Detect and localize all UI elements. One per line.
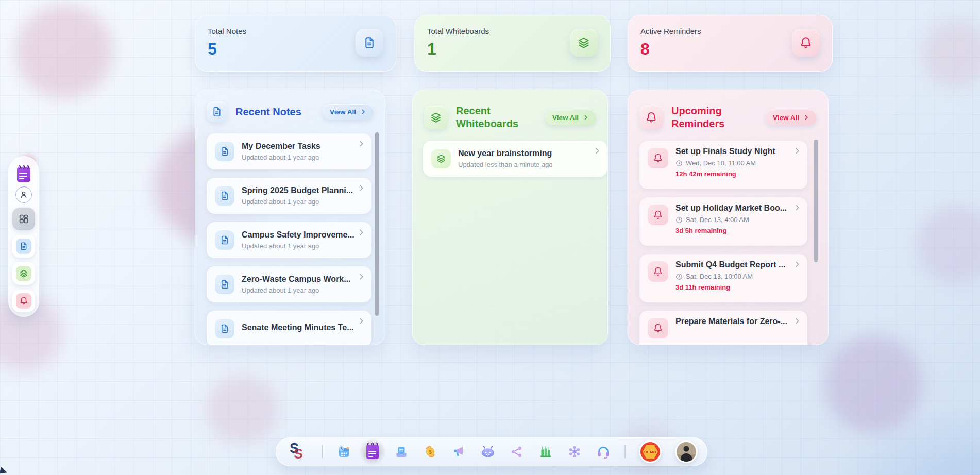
notepad-icon [366,445,379,459]
dock-item-inbox[interactable] [394,443,409,461]
bell-icon [648,318,668,338]
green-bars-icon [538,445,553,459]
coil [371,443,374,446]
coil [19,165,21,169]
reminder-list-item[interactable]: Prepare Materials for Zero-... [639,311,807,345]
reminders-list: Set up Finals Study Night Wed, Dec 10, 1… [639,141,807,345]
notes-view-all-button[interactable]: View All [323,104,374,120]
chevron-right-icon [357,317,365,325]
headphones-icon [596,445,611,459]
chevron-right-icon [357,184,365,192]
dock-item-demo-badge[interactable]: DEMO [639,440,662,463]
note-title: Spring 2025 Budget Planni... [242,186,363,195]
recent-notes-header: Recent Notes View All [207,101,374,122]
person-icon [19,190,28,199]
dock-divider [322,445,323,459]
whiteboards-view-all-button[interactable]: View All [545,110,596,125]
logo-letter: S [294,447,303,461]
note-subtitle: Updated about 1 year ago [242,286,363,294]
chevron-right-icon [803,114,809,121]
reminder-text: Submit Q4 Budget Report ... Sat, Dec 13,… [675,260,799,302]
layers-icon [431,149,451,168]
chevron-right-icon [793,260,801,268]
reminder-datetime: Sat, Dec 13, 4:00 AM [686,216,749,224]
robot-icon [480,445,496,459]
view-all-label: View All [552,114,579,122]
notes-scrollbar-thumb[interactable] [375,132,379,316]
svg-text:$: $ [429,449,432,455]
bell-icon [648,261,668,282]
ss-app-logo[interactable]: S S [288,442,308,462]
document-icon [215,230,234,250]
demo-badge-circle: DEMO [640,442,660,462]
reminders-scrollbar-thumb[interactable] [814,140,818,262]
dock-divider [624,445,626,459]
note-title: Campus Safety Improveme... [242,230,363,240]
line [19,173,27,174]
reminder-title: Submit Q4 Budget Report ... [675,260,799,269]
document-icon [215,142,234,161]
whiteboard-title: New year brainstorming [458,149,599,158]
dock-item-analytics[interactable] [538,443,553,461]
view-all-label: View All [773,114,799,122]
reminder-text: Prepare Materials for Zero-... [675,317,799,345]
bell-icon [639,106,663,129]
notes-list: My December Tasks Updated about 1 year a… [207,133,371,345]
reminders-view-all-button[interactable]: View All [766,110,817,125]
sidebar-item-whiteboards[interactable] [12,262,35,285]
stat-card-active-reminders: Active Reminders 8 [628,15,833,72]
note-list-item[interactable]: Zero-Waste Campus Work... Updated about … [207,266,371,302]
chevron-right-icon [357,273,365,281]
clock-icon [675,160,683,167]
reminder-list-item[interactable]: Set up Holiday Market Boo... Sat, Dec 13… [639,197,807,246]
user-avatar-photo [676,442,697,462]
note-list-item[interactable]: My December Tasks Updated about 1 year a… [207,133,371,169]
dock-item-share[interactable] [509,443,525,461]
dock-item-support[interactable] [596,443,611,461]
clock-icon [675,273,683,280]
demo-label: DEMO [644,450,656,454]
dock-item-payments[interactable]: $ [423,443,438,461]
line [368,453,376,454]
note-subtitle: Updated about 1 year ago [242,242,363,250]
note-list-item[interactable]: Campus Safety Improveme... Updated about… [207,222,371,258]
dock-item-notes-app[interactable] [365,443,380,461]
recent-notes-panel: Recent Notes View All My December Tasks … [195,90,385,345]
chevron-right-icon [360,109,366,115]
share-nodes-icon [510,445,524,459]
note-list-item[interactable]: Senate Meeting Minutes Te... [207,311,371,345]
bell-icon [648,148,668,168]
megaphone-icon [452,445,466,459]
sidebar-item-notes[interactable] [12,235,35,258]
chevron-right-icon [593,147,601,155]
note-text: Zero-Waste Campus Work... Updated about … [242,275,363,294]
document-icon [215,186,234,206]
whiteboard-list-item[interactable]: New year brainstorming Updated less than… [423,141,607,177]
sidebar-profile-button[interactable] [15,186,32,203]
dock-item-calendar[interactable] [336,443,351,461]
reminder-list-item[interactable]: Set up Finals Study Night Wed, Dec 10, 1… [639,141,807,189]
note-list-item[interactable]: Spring 2025 Budget Planni... Updated abo… [207,178,371,214]
app-logo-notepad-icon[interactable] [17,167,30,182]
layers-icon [16,266,31,281]
reminder-title: Set up Finals Study Night [675,147,799,156]
dashboard-screen: Total Notes 5 Total Whiteboards 1 Active… [0,0,980,475]
clock-icon [675,216,683,224]
dock-item-assistant-bot[interactable] [480,443,496,461]
reminder-datetime-row: Wed, Dec 10, 11:00 AM [675,159,799,167]
chevron-right-icon [793,147,801,155]
reminder-list-item[interactable]: Submit Q4 Budget Report ... Sat, Dec 13,… [639,254,807,302]
stat-card-total-notes: Total Notes 5 [195,15,396,72]
bell-icon [792,29,820,57]
whiteboard-subtitle: Updated less than a minute ago [458,161,599,168]
dock-item-announcements[interactable] [451,443,467,461]
dock-item-user-avatar[interactable] [675,440,698,463]
panel-title: Recent Notes [235,106,301,118]
sidebar-item-dashboard[interactable] [12,208,35,230]
dock-item-snowflake[interactable] [567,443,582,461]
reminder-remaining: 3d 11h remaining [675,283,799,291]
coil [367,443,369,446]
upcoming-reminders-panel: Upcoming Reminders View All Set up Final… [628,90,829,345]
sidebar-item-reminders[interactable] [12,290,35,312]
inbox-icon [394,445,409,459]
